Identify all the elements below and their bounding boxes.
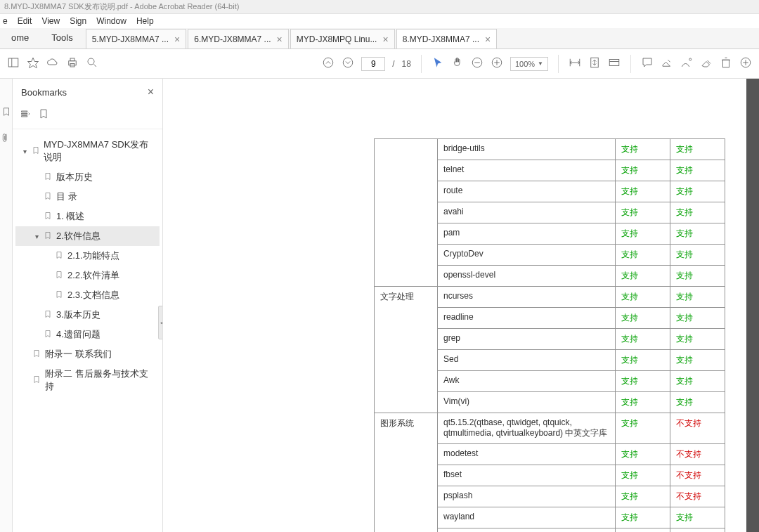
- support-cell: 不支持: [670, 465, 725, 486]
- item-cell: Awk: [438, 371, 616, 392]
- close-icon[interactable]: ×: [382, 34, 388, 45]
- share-icon[interactable]: [739, 56, 752, 71]
- bookmark-item[interactable]: ▾MYD-JX8MMA7 SDK发布说明: [15, 135, 160, 167]
- tab-label: MYD-JX8MPQ Linu...: [297, 34, 377, 44]
- document-tab[interactable]: 5.MYD-JX8MMA7 ...×: [86, 29, 187, 48]
- bookmark-label: 3.版本历史: [56, 309, 100, 321]
- bookmark-icon: [32, 375, 42, 387]
- item-cell: openssl-devel: [438, 266, 616, 287]
- fit-page-icon[interactable]: [588, 56, 601, 71]
- bookmark-icon: [44, 191, 53, 203]
- item-cell: route: [438, 181, 616, 202]
- document-tab[interactable]: MYD-JX8MPQ Linu...×: [290, 29, 395, 48]
- bookmark-item[interactable]: 2.1.功能特点: [15, 246, 160, 266]
- bookmark-rail-icon[interactable]: [1, 107, 11, 119]
- menu-help[interactable]: Help: [136, 16, 154, 26]
- software-table: bridge-utils支持支持telnet支持支持route支持支持avahi…: [374, 138, 726, 532]
- menu-window[interactable]: Window: [96, 16, 126, 26]
- bookmark-item[interactable]: 2.3.文档信息: [15, 285, 160, 305]
- window-titlebar: 8.MYD-JX8MMA7 SDK发布说明.pdf - Adobe Acroba…: [0, 0, 759, 14]
- attachment-rail-icon[interactable]: [1, 133, 11, 145]
- support-cell: 支持: [616, 392, 670, 413]
- bookmark-icon: [44, 231, 53, 242]
- page-down-icon[interactable]: [342, 56, 354, 71]
- bookmark-label: 1. 概述: [56, 210, 84, 223]
- bookmark-icon: [44, 329, 53, 341]
- search-icon[interactable]: [86, 56, 98, 71]
- star-icon[interactable]: [27, 56, 39, 71]
- bookmark-item[interactable]: 版本历史: [15, 167, 160, 187]
- bookmark-icon: [44, 171, 53, 183]
- draw-icon[interactable]: [680, 56, 693, 71]
- hand-tool-icon[interactable]: [451, 56, 464, 71]
- bookmark-item[interactable]: 目 录: [15, 187, 160, 207]
- delete-icon[interactable]: [720, 56, 732, 71]
- support-cell: 不支持: [670, 444, 725, 465]
- bookmarks-title: Bookmarks: [21, 87, 67, 98]
- close-icon[interactable]: ×: [277, 34, 283, 45]
- close-icon[interactable]: ×: [148, 86, 154, 98]
- support-cell: 支持: [670, 139, 725, 160]
- item-cell: fbset: [438, 465, 616, 486]
- chevron-icon[interactable]: ▾: [32, 233, 41, 240]
- page-up-icon[interactable]: [322, 56, 335, 71]
- svg-point-8: [323, 58, 333, 67]
- bookmark-item[interactable]: 附录二 售后服务与技术支持: [15, 364, 160, 396]
- print-icon[interactable]: [66, 56, 79, 71]
- support-cell: 支持: [616, 181, 670, 202]
- bookmark-item[interactable]: ▾2.软件信息: [15, 226, 160, 246]
- svg-marker-2: [28, 58, 39, 67]
- support-cell: 支持: [616, 528, 670, 533]
- document-viewport[interactable]: bridge-utils支持支持telnet支持支持route支持支持avahi…: [163, 79, 759, 532]
- erase-icon[interactable]: [700, 56, 713, 71]
- menu-edit[interactable]: Edit: [18, 16, 32, 26]
- document-tab[interactable]: 8.MYD-JX8MMA7 ...×: [396, 29, 498, 48]
- bookmark-label: 目 录: [56, 190, 77, 203]
- bookmark-item[interactable]: 4.遗留问题: [15, 325, 160, 344]
- tab-label: 8.MYD-JX8MMA7 ...: [403, 34, 479, 44]
- bookmark-icon: [44, 309, 53, 321]
- selection-tool-icon[interactable]: [432, 56, 444, 71]
- menu-file[interactable]: e: [3, 16, 8, 26]
- read-mode-icon[interactable]: [608, 56, 621, 71]
- svg-point-6: [88, 58, 94, 65]
- support-cell: 支持: [616, 308, 670, 329]
- zoom-level[interactable]: 100%▼: [510, 57, 548, 71]
- tab-home[interactable]: ome: [0, 27, 40, 48]
- bookmark-item[interactable]: 3.版本历史: [15, 305, 160, 325]
- close-icon[interactable]: ×: [485, 34, 491, 45]
- app-menubar: e Edit View Sign Window Help: [0, 14, 759, 28]
- item-cell: qt5.15.2(qtbase, qtwidget, qtquick, qtmu…: [438, 413, 616, 444]
- support-cell: 不支持: [670, 486, 725, 507]
- bookmark-item[interactable]: 1. 概述: [15, 207, 160, 226]
- support-cell: 支持: [616, 266, 670, 287]
- document-tab[interactable]: 6.MYD-JX8MMA7 ...×: [188, 29, 289, 48]
- svg-rect-31: [22, 111, 27, 112]
- cloud-icon[interactable]: [46, 56, 59, 71]
- highlight-icon[interactable]: [661, 56, 673, 71]
- menu-sign[interactable]: Sign: [70, 16, 86, 26]
- fit-width-icon[interactable]: [569, 56, 581, 71]
- bookmark-label: MYD-JX8MMA7 SDK发布说明: [44, 138, 157, 164]
- item-cell: avahi: [438, 202, 616, 223]
- sidebar-toggle-icon[interactable]: [7, 56, 20, 71]
- support-cell: 支持: [616, 413, 670, 444]
- zoom-in-icon[interactable]: [491, 56, 503, 71]
- collapse-handle[interactable]: ◀: [158, 306, 163, 339]
- support-cell: 支持: [616, 202, 670, 223]
- close-icon[interactable]: ×: [174, 34, 180, 45]
- new-bookmark-icon[interactable]: [38, 108, 49, 122]
- support-cell: 支持: [616, 160, 670, 181]
- support-cell: 支持: [616, 486, 670, 507]
- chevron-icon[interactable]: ▾: [21, 148, 29, 155]
- comment-icon[interactable]: [641, 56, 654, 71]
- tab-tools[interactable]: Tools: [40, 27, 84, 48]
- bookmark-item[interactable]: 附录一 联系我们: [15, 344, 160, 364]
- category-cell: 图形系统: [375, 413, 438, 533]
- zoom-out-icon[interactable]: [471, 56, 484, 71]
- options-icon[interactable]: [20, 108, 31, 122]
- page-number-input[interactable]: [361, 57, 385, 71]
- menu-view[interactable]: View: [41, 16, 60, 26]
- bookmark-item[interactable]: 2.2.软件清单: [15, 266, 160, 285]
- support-cell: 支持: [670, 329, 725, 350]
